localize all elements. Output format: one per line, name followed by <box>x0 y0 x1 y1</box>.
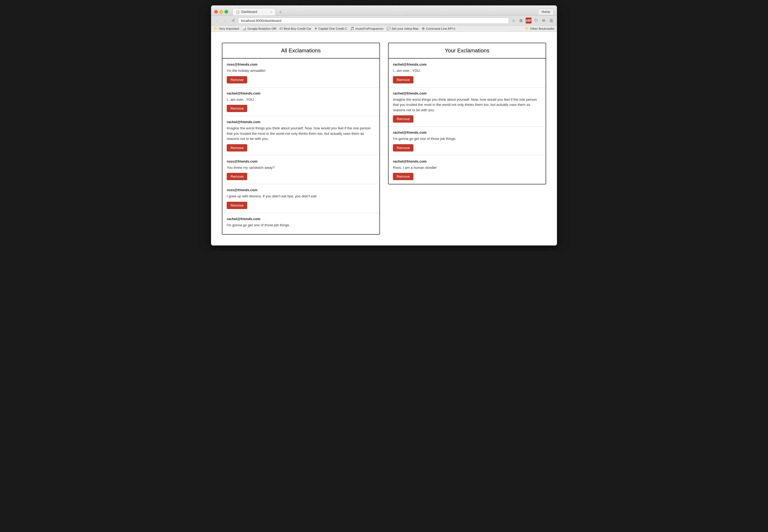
all-item-3: ross@friends.com You threw my sandwich a… <box>222 156 379 184</box>
bookmark-label: Capital One Credit C <box>318 27 347 30</box>
mail-icon[interactable]: ✉ <box>541 18 547 23</box>
all-item-5-email: rachel@friends.com <box>227 217 375 221</box>
bookmark-label: Best Buy Credit Car <box>284 27 311 30</box>
tab-bar: 📋 Dashboard × + <box>232 8 536 15</box>
bookmark-folder-icon: 📁 <box>214 27 218 31</box>
tab-title: Dashboard <box>241 10 269 14</box>
bookmarks-other-icon: 📁 <box>525 27 529 31</box>
bookmark-music-icon: 🎵 <box>350 27 354 31</box>
menu-icon[interactable]: ☰ <box>548 18 554 23</box>
bookmark-command-line[interactable]: ⚙ Command Line API h <box>422 27 455 31</box>
your-item-3: rachel@friends.com Ross, I am a human do… <box>389 156 546 184</box>
all-item-1-email: rachel@friends.com <box>227 91 375 95</box>
all-item-4: ross@friends.com I grew up with Monica. … <box>222 184 379 213</box>
bookmarks-other-button[interactable]: 📁 Other Bookmarks <box>525 27 554 31</box>
all-item-1-remove-button[interactable]: Remove <box>227 105 247 112</box>
all-item-3-text: You threw my sandwich away? <box>227 165 375 170</box>
all-item-5: rachel@friends.com I'm gonna go get one … <box>222 213 379 234</box>
your-item-1-text: Imagine the worst things you think about… <box>393 97 541 113</box>
your-item-0-text: I...am over...YOU. <box>393 68 541 73</box>
all-item-4-text: I grew up with Monica. If you didn't eat… <box>227 194 375 199</box>
home-button[interactable]: Home <box>538 9 554 15</box>
your-item-1-email: rachel@friends.com <box>393 91 541 95</box>
your-item-2-email: rachel@friends.com <box>393 130 541 134</box>
all-exclamations-column: All Exclamations ross@friends.com I'm th… <box>222 43 380 235</box>
your-item-0: rachel@friends.com I...am over...YOU. Re… <box>389 59 546 87</box>
bookmark-capital-one[interactable]: ✈ Capital One Credit C <box>314 27 347 31</box>
bookmark-label: Command Line API h <box>426 27 455 30</box>
all-exclamations-title: All Exclamations <box>222 43 379 59</box>
bookmarks-bar: 📁 Very Important 📊 Google Analytics Offi… <box>211 26 557 32</box>
your-item-0-email: rachel@friends.com <box>393 62 541 66</box>
all-item-1: rachel@friends.com I...am over...YOU. Re… <box>222 87 379 116</box>
all-item-2: rachel@friends.com Imagine the worst thi… <box>222 116 379 156</box>
active-tab[interactable]: 📋 Dashboard × <box>232 8 276 15</box>
your-exclamations-column: Your Exclamations rachel@friends.com I..… <box>388 43 546 184</box>
your-item-3-remove-button[interactable]: Remove <box>393 173 414 180</box>
your-exclamations-title: Your Exclamations <box>389 43 546 59</box>
all-item-2-text: Imagine the worst things you think about… <box>227 126 375 142</box>
your-item-1: rachel@friends.com Imagine the worst thi… <box>389 87 546 127</box>
bookmark-google-analytics[interactable]: 📊 Google Analytics Offi <box>242 27 276 31</box>
bookmark-label: musicForProgrammi <box>355 27 383 30</box>
star-icon[interactable]: ☆ <box>511 18 517 23</box>
address-bar[interactable]: localhost:8000/dashboard <box>238 18 509 24</box>
bookmark-cli-icon: ⚙ <box>422 27 425 31</box>
minimize-window-button[interactable] <box>219 10 223 14</box>
all-item-1-text: I...am over...YOU. <box>227 97 375 102</box>
extensions-icon[interactable]: ⊞ <box>518 18 524 23</box>
all-item-4-email: ross@friends.com <box>227 188 375 192</box>
bookmark-best-buy[interactable]: 🏷 Best Buy Credit Car <box>279 27 311 31</box>
your-item-2-remove-button[interactable]: Remove <box>393 144 414 151</box>
bookmark-bb-icon: 🏷 <box>279 27 283 31</box>
maximize-window-button[interactable] <box>224 10 228 14</box>
your-item-2-text: I'm gonna go get one of those job things… <box>393 136 541 142</box>
bookmark-very-important[interactable]: 📁 Very Important <box>214 27 239 31</box>
nav-icons: ☆ ⊞ ABP 🛡 ✉ ☰ <box>511 18 554 23</box>
all-item-0: ross@friends.com I'm the holiday armadil… <box>222 59 379 87</box>
title-bar: 📋 Dashboard × + Home <box>211 5 557 16</box>
bookmarks-other-label: Other Bookmarks <box>530 27 554 30</box>
all-item-0-remove-button[interactable]: Remove <box>227 76 247 83</box>
all-item-0-text: I'm the holiday armadillo! <box>227 68 375 73</box>
traffic-lights <box>214 10 228 14</box>
bookmark-ga-icon: 📊 <box>242 27 246 31</box>
bookmark-label: Set your retina Mac <box>392 27 419 30</box>
page-content: All Exclamations ross@friends.com I'm th… <box>211 32 557 245</box>
refresh-button[interactable]: ↺ <box>230 17 236 24</box>
all-item-2-email: rachel@friends.com <box>227 120 375 124</box>
all-item-4-remove-button[interactable]: Remove <box>227 202 247 209</box>
all-item-0-email: ross@friends.com <box>227 62 375 66</box>
all-item-3-email: ross@friends.com <box>227 159 375 163</box>
bookmark-co-icon: ✈ <box>314 27 317 31</box>
bookmark-label: Google Analytics Offi <box>247 27 276 30</box>
forward-button[interactable]: › <box>222 17 228 24</box>
bookmark-music[interactable]: 🎵 musicForProgrammi <box>350 27 383 31</box>
tab-close-button[interactable]: × <box>270 10 272 14</box>
nav-bar: ‹ › ↺ localhost:8000/dashboard ☆ ⊞ ABP 🛡… <box>211 16 557 26</box>
new-tab-button[interactable]: + <box>277 9 284 15</box>
bookmark-retina[interactable]: 💬 Set your retina Mac <box>387 27 419 31</box>
bookmark-label: Very Important <box>219 27 239 30</box>
bookmark-retina-icon: 💬 <box>387 27 391 31</box>
all-item-2-remove-button[interactable]: Remove <box>227 144 247 151</box>
columns-container: All Exclamations ross@friends.com I'm th… <box>222 43 546 235</box>
browser-window: 📋 Dashboard × + Home ‹ › ↺ localhost:800… <box>211 5 557 245</box>
your-item-3-text: Ross, I am a human doodle! <box>393 165 541 170</box>
your-item-0-remove-button[interactable]: Remove <box>393 76 414 83</box>
your-item-3-email: rachel@friends.com <box>393 159 541 163</box>
your-item-2: rachel@friends.com I'm gonna go get one … <box>389 127 546 156</box>
address-text: localhost:8000/dashboard <box>241 19 281 23</box>
shield-icon[interactable]: 🛡 <box>533 18 539 23</box>
all-item-5-text: I'm gonna go get one of those job things… <box>227 223 375 228</box>
adblock-badge[interactable]: ABP <box>526 18 532 23</box>
all-item-3-remove-button[interactable]: Remove <box>227 173 247 180</box>
your-item-1-remove-button[interactable]: Remove <box>393 115 414 123</box>
close-window-button[interactable] <box>214 10 218 14</box>
back-button[interactable]: ‹ <box>214 17 220 24</box>
tab-favicon: 📋 <box>236 10 240 14</box>
